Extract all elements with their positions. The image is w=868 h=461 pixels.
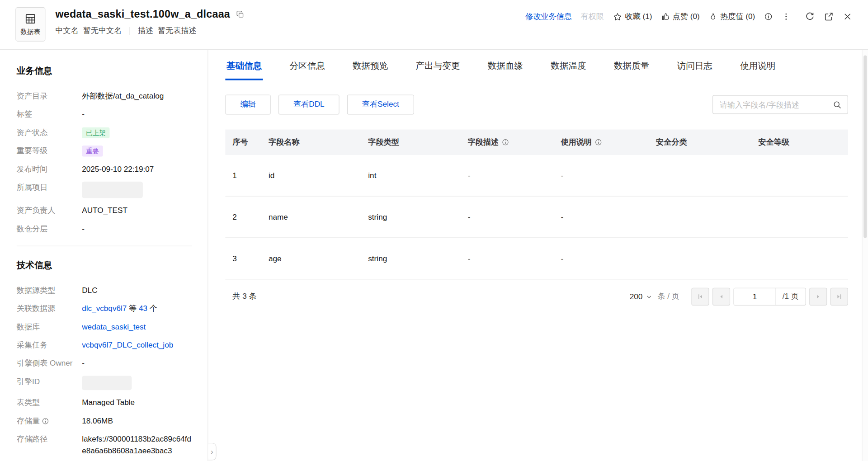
info-row-engine-id: 引擎ID xyxy=(17,376,192,390)
edit-button[interactable]: 编辑 xyxy=(225,94,270,114)
heat-value: 热度值 (0) xyxy=(708,12,755,22)
entity-type-label: 数据表 xyxy=(20,27,40,36)
table-footer: 共 3 条 200 条 / 页 xyxy=(225,288,848,306)
info-row-publish-time: 发布时间2025-09-10 22:19:07 xyxy=(17,163,192,175)
info-value-publish-time: 2025-09-10 22:19:07 xyxy=(82,163,192,175)
page-number-input[interactable] xyxy=(734,288,775,305)
scrollbar-track[interactable] xyxy=(862,50,868,461)
info-label-asset-catalog: 资产目录 xyxy=(17,90,82,102)
table-body: 1idint--2namestring--3agestring-- xyxy=(225,155,848,280)
info-icon xyxy=(42,417,49,425)
asset-detail-page: 数据表 wedata_saski_test.100w_a_dlcaaa 中文名 … xyxy=(0,0,868,461)
cell-index: 3 xyxy=(225,254,261,263)
more-options-icon[interactable] xyxy=(782,12,791,21)
tab-output-and-change[interactable]: 产出与变更 xyxy=(415,59,461,80)
link-linked-datasource-0[interactable]: dlc_vcbqv6l7 xyxy=(82,304,127,313)
favorite-label: 收藏 (1) xyxy=(625,12,652,22)
title-block: wedata_saski_test.100w_a_dlcaaa 中文名 暂无中文… xyxy=(55,7,244,36)
cell-usage-desc: - xyxy=(553,171,649,180)
status-badge: 重要 xyxy=(82,146,103,156)
page-title: wedata_saski_test.100w_a_dlcaaa xyxy=(55,8,230,20)
fields-table: 序号字段名称字段类型字段描述使用说明安全分类安全等级 1idint--2name… xyxy=(225,130,848,280)
header: 数据表 wedata_saski_test.100w_a_dlcaaa 中文名 … xyxy=(0,0,868,50)
info-label-database: 数据库 xyxy=(17,321,82,333)
info-value-importance-level: 重要 xyxy=(82,145,192,157)
cell-field-desc: - xyxy=(461,171,554,180)
copy-icon[interactable] xyxy=(236,10,245,19)
info-row-storage-size: 存储量18.06MB xyxy=(17,415,192,427)
tab-data-quality[interactable]: 数据质量 xyxy=(613,59,651,80)
open-in-new-icon[interactable] xyxy=(824,12,834,22)
info-label-engine-id: 引擎ID xyxy=(17,376,82,387)
info-label-tags: 标签 xyxy=(17,108,82,120)
sidebar-collapse-button[interactable]: › xyxy=(208,443,216,461)
info-row-project: 所属项目 xyxy=(17,182,192,198)
info-row-datasource-type: 数据源类型DLC xyxy=(17,284,192,296)
table-row: 1idint-- xyxy=(225,155,848,197)
info-row-linked-datasource: 关联数据源dlc_vcbqv6l7 等 43 个 xyxy=(17,303,192,315)
info-row-asset-owner: 资产负责人AUTO_TEST xyxy=(17,205,192,216)
first-page-button[interactable] xyxy=(692,288,709,306)
link-database[interactable]: wedata_saski_test xyxy=(82,322,146,331)
link-collect-job[interactable]: vcbqv6l7_DLC_collect_job xyxy=(82,340,173,349)
tech-info-title: 技术信息 xyxy=(17,259,192,271)
tech-info-list: 数据源类型DLC关联数据源dlc_vcbqv6l7 等 43 个数据库wedat… xyxy=(17,284,192,456)
pagination: 200 条 / 页 xyxy=(630,288,848,306)
info-row-tags: 标签- xyxy=(17,108,192,120)
column-header-security-level: 安全等级 xyxy=(751,137,848,147)
page-jumper: /1 页 xyxy=(734,288,806,306)
info-icon[interactable] xyxy=(594,138,602,146)
tab-data-preview[interactable]: 数据预览 xyxy=(352,59,389,80)
table-row: 3agestring-- xyxy=(225,238,848,280)
prev-page-button[interactable] xyxy=(712,288,730,306)
flame-icon xyxy=(708,12,717,21)
meta-divider xyxy=(130,27,130,35)
info-label-datasource-type: 数据源类型 xyxy=(17,284,82,296)
heat-info-icon[interactable] xyxy=(764,12,773,21)
info-icon[interactable] xyxy=(501,138,509,146)
search-input[interactable] xyxy=(718,99,832,109)
tab-usage-guide[interactable]: 使用说明 xyxy=(739,59,777,80)
info-row-storage-path: 存储路径lakefs://300001183b2ac89c64fde8a6a6b… xyxy=(17,433,192,456)
view-select-button[interactable]: 查看Select xyxy=(347,94,414,114)
tab-basic-info[interactable]: 基础信息 xyxy=(225,59,263,80)
close-icon[interactable] xyxy=(843,12,853,22)
last-page-button[interactable] xyxy=(830,288,848,306)
info-label-collect-job: 采集任务 xyxy=(17,339,82,351)
column-header-field-type: 字段类型 xyxy=(361,137,460,147)
info-row-warehouse-layer: 数仓分层- xyxy=(17,223,192,235)
search-icon[interactable] xyxy=(833,100,842,109)
page-size-value: 200 xyxy=(630,292,643,301)
desc-label: 描述 xyxy=(138,26,153,36)
tab-data-lineage[interactable]: 数据血缘 xyxy=(486,59,524,80)
tab-partition-info[interactable]: 分区信息 xyxy=(288,59,326,80)
next-page-button[interactable] xyxy=(809,288,827,306)
favorite-button[interactable]: 收藏 (1) xyxy=(613,12,652,22)
header-actions: 修改业务信息 有权限 收藏 (1) 点赞 (0) xyxy=(525,12,853,22)
info-label-asset-owner: 资产负责人 xyxy=(17,205,82,216)
table-header-row: 序号字段名称字段类型字段描述使用说明安全分类安全等级 xyxy=(225,130,848,155)
redacted-value xyxy=(82,182,143,198)
thumbs-up-icon xyxy=(661,12,670,21)
status-badge: 已上架 xyxy=(82,127,109,138)
page-size-select[interactable]: 200 xyxy=(630,292,653,301)
page-total-label: /1 页 xyxy=(775,288,806,305)
cn-name-label: 中文名 xyxy=(55,26,78,36)
link-linked-datasource-2[interactable]: 43 xyxy=(139,304,147,313)
view-ddl-button[interactable]: 查看DDL xyxy=(278,94,340,114)
refresh-icon[interactable] xyxy=(805,12,815,22)
info-value-collect-job: vcbqv6l7_DLC_collect_job xyxy=(82,339,192,351)
info-label-publish-time: 发布时间 xyxy=(17,163,82,175)
tab-access-log[interactable]: 访问日志 xyxy=(676,59,713,80)
field-search-box[interactable] xyxy=(712,95,848,114)
data-table-icon xyxy=(24,13,37,25)
column-header-security-class: 安全分类 xyxy=(649,137,751,147)
scrollbar-thumb[interactable] xyxy=(863,55,867,238)
info-label-project: 所属项目 xyxy=(17,182,82,193)
edit-business-info-link[interactable]: 修改业务信息 xyxy=(525,12,572,22)
like-button[interactable]: 点赞 (0) xyxy=(661,12,700,22)
tab-data-temperature[interactable]: 数据温度 xyxy=(550,59,587,80)
tab-bar: 基础信息分区信息数据预览产出与变更数据血缘数据温度数据质量访问日志使用说明 xyxy=(225,59,848,80)
cell-usage-desc: - xyxy=(553,212,649,221)
info-value-storage-size: 18.06MB xyxy=(82,415,192,427)
